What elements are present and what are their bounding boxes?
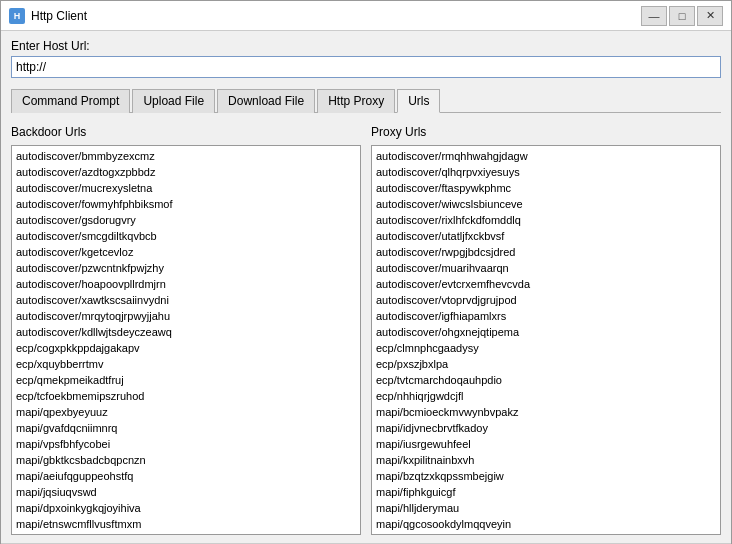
- title-bar: H Http Client — □ ✕: [1, 1, 731, 31]
- list-item[interactable]: ecp/clmnphcgaadysy: [374, 340, 718, 356]
- list-item[interactable]: autodiscover/utatljfxckbvsf: [374, 228, 718, 244]
- backdoor-panel: Backdoor Urls autodiscover/bmmbyzexcmzau…: [11, 125, 361, 535]
- list-item[interactable]: mapi/bzqtzxkqpssmbejgiw: [374, 468, 718, 484]
- list-item[interactable]: autodiscover/pzwcntnkfpwjzhy: [14, 260, 358, 276]
- list-item[interactable]: autodiscover/fowmyhfphbiksmof: [14, 196, 358, 212]
- list-item[interactable]: autodiscover/bmmbyzexcmz: [14, 148, 358, 164]
- list-item[interactable]: ecp/tcfoekbmemipszruhod: [14, 388, 358, 404]
- tab-http-proxy[interactable]: Http Proxy: [317, 89, 395, 113]
- list-item[interactable]: mapi/jqsiuqvswd: [14, 484, 358, 500]
- list-item[interactable]: mapi/dpxoinkygkqjoyihiva: [14, 500, 358, 516]
- list-item[interactable]: ecp/pxszjbxlpa: [374, 356, 718, 372]
- list-item[interactable]: mapi/iusrgewuhfeel: [374, 436, 718, 452]
- list-item[interactable]: autodiscover/azdtogxzpbbdz: [14, 164, 358, 180]
- list-item[interactable]: mapi/idjvnecbrvtfkadoy: [374, 420, 718, 436]
- tab-command-prompt[interactable]: Command Prompt: [11, 89, 130, 113]
- close-button[interactable]: ✕: [697, 6, 723, 26]
- list-item[interactable]: mapi/gvafdqcniimnrq: [14, 420, 358, 436]
- proxy-panel: Proxy Urls autodiscover/rmqhhwahgjdagwau…: [371, 125, 721, 535]
- list-item[interactable]: mapi/etnswcmfllvusftmxm: [14, 516, 358, 532]
- list-item[interactable]: mapi/fiphkguicgf: [374, 484, 718, 500]
- minimize-button[interactable]: —: [641, 6, 667, 26]
- list-item[interactable]: autodiscover/mucrexysletna: [14, 180, 358, 196]
- list-item[interactable]: autodiscover/rixlhfckdfomddlq: [374, 212, 718, 228]
- list-item[interactable]: mapi/kxpilitnainbxvh: [374, 452, 718, 468]
- list-item[interactable]: autodiscover/hoapoovpllrdmjrn: [14, 276, 358, 292]
- window-title: Http Client: [31, 9, 87, 23]
- list-item[interactable]: mapi/gbktkcsbadcbqpcnzn: [14, 452, 358, 468]
- list-item[interactable]: mapi/hlljderymau: [374, 500, 718, 516]
- list-item[interactable]: autodiscover/ftaspywkphmc: [374, 180, 718, 196]
- list-item[interactable]: mapi/aeiufqguppeohstfq: [14, 468, 358, 484]
- list-item[interactable]: mapi/qpexbyeyuuz: [14, 404, 358, 420]
- tab-bar: Command Prompt Upload File Download File…: [11, 88, 721, 113]
- list-item[interactable]: autodiscover/kdllwjtsdeyczeawq: [14, 324, 358, 340]
- backdoor-panel-title: Backdoor Urls: [11, 125, 361, 139]
- list-item[interactable]: autodiscover/xawtkscsaiinvydni: [14, 292, 358, 308]
- maximize-button[interactable]: □: [669, 6, 695, 26]
- list-item[interactable]: ecp/nhhiqrjgwdcjfl: [374, 388, 718, 404]
- list-item[interactable]: autodiscover/kgetcevloz: [14, 244, 358, 260]
- list-item[interactable]: mapi/bcmioeckmvwynbvpakz: [374, 404, 718, 420]
- tab-urls[interactable]: Urls: [397, 89, 440, 113]
- tab-download-file[interactable]: Download File: [217, 89, 315, 113]
- url-section: Enter Host Url:: [11, 39, 721, 78]
- proxy-panel-title: Proxy Urls: [371, 125, 721, 139]
- url-input[interactable]: [11, 56, 721, 78]
- backdoor-url-list[interactable]: autodiscover/bmmbyzexcmzautodiscover/azd…: [11, 145, 361, 535]
- list-item[interactable]: autodiscover/rmqhhwahgjdagw: [374, 148, 718, 164]
- tab-upload-file[interactable]: Upload File: [132, 89, 215, 113]
- list-item[interactable]: mapi/qgcosookdylmqqveyin: [374, 516, 718, 532]
- list-item[interactable]: autodiscover/vtoprvdjgrujpod: [374, 292, 718, 308]
- panels-area: Backdoor Urls autodiscover/bmmbyzexcmzau…: [11, 119, 721, 535]
- list-item[interactable]: autodiscover/smcgdiltkqvbcb: [14, 228, 358, 244]
- title-bar-left: H Http Client: [9, 8, 87, 24]
- list-item[interactable]: ecp/cogxpkkppdajgakapv: [14, 340, 358, 356]
- list-item[interactable]: mapi/vpsfbhfycobei: [14, 436, 358, 452]
- list-item[interactable]: autodiscover/evtcrxemfhevcvda: [374, 276, 718, 292]
- list-item[interactable]: ecp/xquybberrtmv: [14, 356, 358, 372]
- list-item[interactable]: autodiscover/rwpgjbdcsjdred: [374, 244, 718, 260]
- list-item[interactable]: ecp/tvtcmarchdoqauhpdio: [374, 372, 718, 388]
- window-controls: — □ ✕: [641, 6, 723, 26]
- list-item[interactable]: autodiscover/mrqytoqjrpwyjjahu: [14, 308, 358, 324]
- url-label: Enter Host Url:: [11, 39, 721, 53]
- list-item[interactable]: autodiscover/ohgxnejqtipema: [374, 324, 718, 340]
- content-area: Enter Host Url: Command Prompt Upload Fi…: [1, 31, 731, 543]
- proxy-url-list[interactable]: autodiscover/rmqhhwahgjdagwautodiscover/…: [371, 145, 721, 535]
- list-item[interactable]: autodiscover/gsdorugvry: [14, 212, 358, 228]
- list-item[interactable]: autodiscover/igfhiapamlxrs: [374, 308, 718, 324]
- list-item[interactable]: ecp/qmekpmeikadtfruj: [14, 372, 358, 388]
- list-item[interactable]: autodiscover/qlhqrpvxiyesuys: [374, 164, 718, 180]
- app-icon: H: [9, 8, 25, 24]
- list-item[interactable]: autodiscover/muarihvaarqn: [374, 260, 718, 276]
- main-window: H Http Client — □ ✕ Enter Host Url: Comm…: [0, 0, 732, 544]
- list-item[interactable]: autodiscover/wiwcslsbiunceve: [374, 196, 718, 212]
